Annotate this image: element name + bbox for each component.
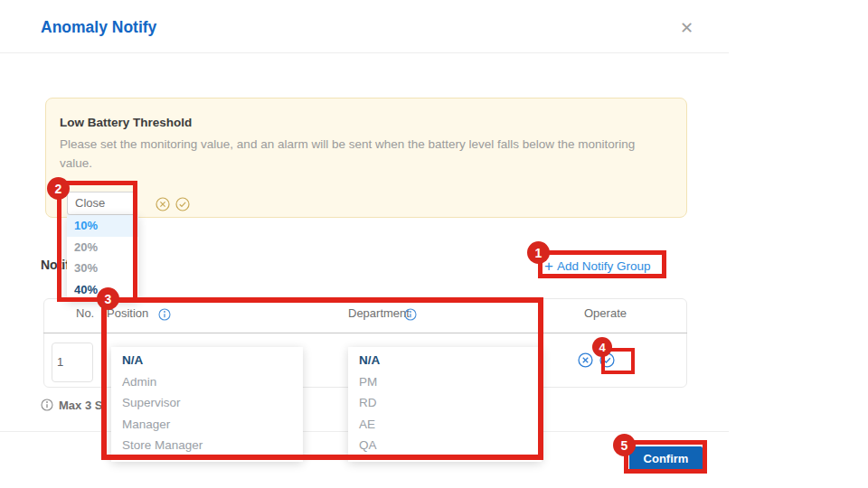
annotation-rect-3 [101, 297, 543, 460]
row-cancel-icon[interactable] [578, 352, 593, 371]
annotation-badge-1: 1 [527, 241, 550, 264]
notice-title: Low Battery Threshold [60, 116, 192, 129]
cancel-circle-icon[interactable] [156, 197, 170, 215]
close-icon[interactable]: ✕ [680, 18, 693, 38]
column-header-no: No. [76, 306, 94, 320]
notice-description: Please set the monitoring value, and an … [60, 136, 656, 174]
annotation-badge-5: 5 [613, 434, 636, 456]
annotation-badge-3: 3 [97, 287, 119, 310]
annotation-rect-2 [57, 181, 137, 302]
annotation-badge-4: 4 [592, 337, 612, 357]
annotation-rect-5 [624, 440, 707, 474]
row-number-cell: 1 [52, 343, 93, 382]
hint-info-icon [41, 399, 53, 411]
modal-title: Anomaly Notify [41, 18, 156, 37]
header-divider [0, 52, 729, 53]
anomaly-notify-modal: Anomaly Notify ✕ Low Battery Threshold P… [0, 0, 868, 488]
annotation-badge-2: 2 [47, 177, 70, 200]
confirm-circle-icon[interactable] [175, 197, 190, 215]
column-header-operate: Operate [584, 306, 627, 320]
max-groups-hint: Max 3 S [59, 399, 102, 412]
annotation-rect-1 [538, 250, 666, 278]
